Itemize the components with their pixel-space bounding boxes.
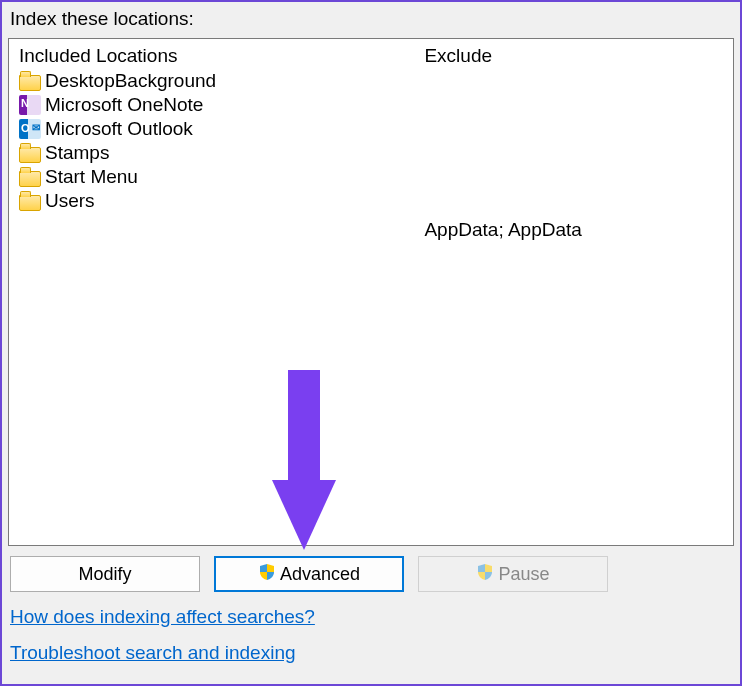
folder-icon bbox=[19, 143, 41, 163]
list-item-label: Microsoft Outlook bbox=[45, 118, 193, 140]
shield-icon bbox=[476, 563, 494, 586]
button-label: Modify bbox=[78, 564, 131, 585]
folder-icon bbox=[19, 191, 41, 211]
list-item[interactable]: Start Menu bbox=[19, 165, 404, 189]
button-label: Pause bbox=[498, 564, 549, 585]
modify-button[interactable]: Modify bbox=[10, 556, 200, 592]
folder-icon bbox=[19, 167, 41, 187]
links-section: How does indexing affect searches? Troub… bbox=[8, 600, 734, 676]
help-link-troubleshoot[interactable]: Troubleshoot search and indexing bbox=[10, 642, 296, 664]
shield-icon bbox=[258, 563, 276, 586]
exclude-value: AppData; AppData bbox=[424, 219, 723, 241]
folder-icon bbox=[19, 71, 41, 91]
help-link-indexing[interactable]: How does indexing affect searches? bbox=[10, 606, 315, 628]
list-item-label: Stamps bbox=[45, 142, 109, 164]
exclude-column: Exclude AppData; AppData bbox=[414, 39, 733, 545]
list-item[interactable]: Users bbox=[19, 189, 404, 213]
button-row: Modify Advanced bbox=[8, 546, 734, 600]
advanced-button[interactable]: Advanced bbox=[214, 556, 404, 592]
onenote-icon bbox=[19, 95, 41, 115]
indexing-options-window: Index these locations: Included Location… bbox=[0, 0, 742, 686]
list-item-label: Start Menu bbox=[45, 166, 138, 188]
page-title: Index these locations: bbox=[8, 4, 734, 38]
included-header: Included Locations bbox=[19, 45, 404, 67]
list-item-label: Users bbox=[45, 190, 95, 212]
button-label: Advanced bbox=[280, 564, 360, 585]
list-item-label: DesktopBackground bbox=[45, 70, 216, 92]
list-item[interactable]: Microsoft OneNote bbox=[19, 93, 404, 117]
list-item[interactable]: Microsoft Outlook bbox=[19, 117, 404, 141]
pause-button: Pause bbox=[418, 556, 608, 592]
locations-list: Included Locations DesktopBackground Mic… bbox=[8, 38, 734, 546]
outlook-icon bbox=[19, 119, 41, 139]
included-column: Included Locations DesktopBackground Mic… bbox=[9, 39, 414, 545]
list-item[interactable]: DesktopBackground bbox=[19, 69, 404, 93]
list-item[interactable]: Stamps bbox=[19, 141, 404, 165]
list-item-label: Microsoft OneNote bbox=[45, 94, 203, 116]
exclude-header: Exclude bbox=[424, 45, 723, 67]
